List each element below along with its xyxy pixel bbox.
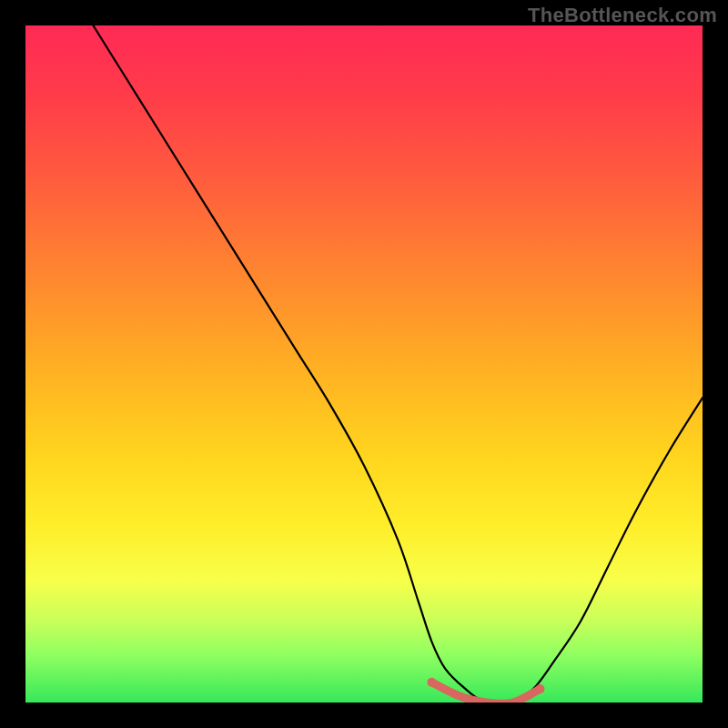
optimal-range-start-dot xyxy=(427,678,436,687)
plot-area xyxy=(25,25,703,703)
bottleneck-curve xyxy=(93,25,703,703)
watermark-text: TheBottleneck.com xyxy=(528,4,717,27)
optimal-range-line xyxy=(431,682,540,703)
optimal-range-end-dot xyxy=(535,684,544,693)
chart-frame: TheBottleneck.com xyxy=(0,0,728,728)
chart-svg xyxy=(25,25,703,703)
